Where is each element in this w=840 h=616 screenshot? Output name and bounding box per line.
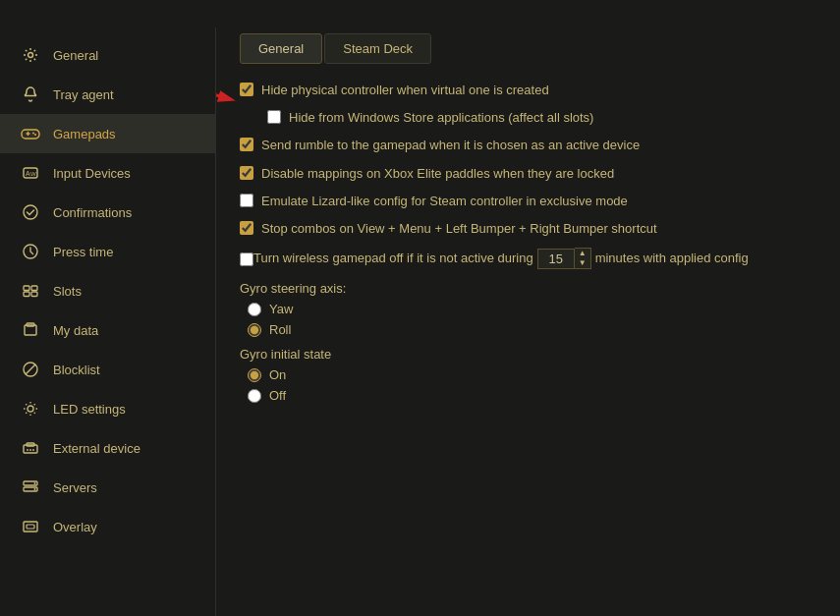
checkbox-row-hide-physical: Hide physical controller when virtual on…: [240, 80, 816, 101]
sidebar-item-press-time[interactable]: Press time: [0, 232, 215, 271]
radio-gyro-steering-yaw[interactable]: [248, 303, 261, 316]
sidebar-label-press-time: Press time: [53, 245, 113, 259]
annotation-arrow: [216, 72, 240, 121]
wireless-timeout-arrows: ▲▼: [575, 248, 591, 269]
blocklist-icon: [20, 359, 41, 380]
radio-label-gyro-steering-yaw: Yaw: [269, 302, 293, 316]
svg-rect-9: [24, 286, 29, 291]
press-time-icon: [20, 241, 41, 262]
svg-point-7: [24, 205, 37, 219]
checkbox-hide-windows-store[interactable]: [267, 110, 281, 124]
sidebar-item-blocklist[interactable]: Blocklist: [0, 350, 215, 389]
gyro-steering-label: Gyro steering axis:: [240, 281, 816, 296]
svg-rect-12: [31, 292, 37, 297]
radio-gyro-initial-on[interactable]: [248, 368, 261, 382]
checkbox-send-rumble[interactable]: [240, 138, 253, 151]
main-content: GeneralSteam Deck Hide physical controll…: [216, 28, 840, 616]
my-data-icon: [20, 319, 41, 341]
tab-general[interactable]: General: [240, 33, 322, 64]
checkbox-label-hide-physical: Hide physical controller when virtual on…: [261, 82, 549, 99]
gyro-initial-option-off: Off: [248, 388, 816, 403]
sidebar-label-slots: Slots: [53, 284, 82, 299]
confirmations-icon: [20, 201, 41, 223]
checkbox-label-emulate-lizard: Emulate Lizard-like config for Steam con…: [261, 193, 628, 210]
tab-steam-deck[interactable]: Steam Deck: [324, 33, 431, 64]
radio-gyro-steering-roll[interactable]: [248, 323, 261, 337]
sidebar-item-slots[interactable]: Slots: [0, 271, 215, 310]
general-icon: [20, 44, 41, 66]
sidebar-label-tray-agent: Tray agent: [53, 87, 114, 102]
checkbox-label-send-rumble: Send rumble to the gamepad when it is ch…: [261, 137, 640, 154]
sidebar-item-servers[interactable]: Servers: [0, 468, 215, 507]
sidebar-item-general[interactable]: General: [0, 35, 215, 75]
tray-agent-icon: [20, 84, 41, 105]
led-settings-icon: [20, 398, 41, 420]
sidebar-item-my-data[interactable]: My data: [0, 310, 215, 350]
svg-point-2: [32, 133, 34, 135]
wireless-timeout-spinbox: ▲▼: [537, 248, 591, 269]
sidebar-label-confirmations: Confirmations: [53, 205, 132, 220]
wireless-suffix-label: minutes with applied config: [595, 250, 749, 267]
sidebar-label-overlay: Overlay: [53, 520, 97, 534]
sidebar-item-input-devices[interactable]: AWInput Devices: [0, 153, 215, 193]
wireless-timeout-input[interactable]: [537, 249, 575, 269]
sidebar-item-tray-agent[interactable]: Tray agent: [0, 75, 215, 114]
tab-bar: GeneralSteam Deck: [240, 28, 816, 64]
sidebar-label-external-device: External device: [53, 441, 140, 456]
checkbox-row-send-rumble: Send rumble to the gamepad when it is ch…: [240, 135, 816, 156]
gyro-initial-group: OnOff: [248, 367, 816, 403]
sidebar-label-led-settings: LED settings: [53, 402, 126, 417]
sidebar-label-my-data: My data: [53, 323, 98, 338]
slots-icon: [20, 280, 41, 302]
gyro-steering-option-yaw: Yaw: [248, 302, 816, 316]
sidebar-label-blocklist: Blocklist: [53, 363, 100, 377]
checkbox-wireless-timeout[interactable]: [240, 252, 253, 266]
gyro-steering-group: YawRoll: [248, 302, 816, 337]
gyro-steering-option-roll: Roll: [248, 322, 816, 337]
page-title: [0, 0, 840, 28]
input-devices-icon: AW: [20, 162, 41, 184]
svg-point-25: [34, 488, 36, 490]
svg-rect-1: [22, 130, 39, 139]
sidebar-item-led-settings[interactable]: LED settings: [0, 389, 215, 428]
sidebar-item-overlay[interactable]: Overlay: [0, 507, 215, 546]
svg-point-16: [28, 406, 33, 412]
sidebar-item-gamepads[interactable]: Gamepads: [0, 114, 215, 153]
sidebar: GeneralTray agentGamepadsAWInput Devices…: [0, 28, 216, 616]
svg-rect-27: [27, 525, 34, 529]
checkbox-row-hide-windows-store: Hide from Windows Store applications (af…: [267, 107, 816, 129]
svg-rect-26: [24, 522, 37, 532]
wireless-timeout-row: Turn wireless gamepad off if it is not a…: [240, 246, 816, 271]
external-device-icon: [20, 437, 41, 459]
wireless-prefix-label: Turn wireless gamepad off if it is not a…: [253, 250, 533, 267]
radio-label-gyro-steering-roll: Roll: [269, 322, 291, 337]
checkbox-stop-combos[interactable]: [240, 221, 253, 235]
wireless-timeout-up[interactable]: ▲: [575, 249, 590, 258]
sidebar-label-servers: Servers: [53, 480, 97, 495]
svg-point-24: [34, 482, 36, 484]
wireless-timeout-down[interactable]: ▼: [575, 258, 590, 268]
svg-rect-10: [31, 286, 37, 291]
gyro-initial-option-on: On: [248, 367, 816, 382]
radio-label-gyro-initial-off: Off: [269, 388, 286, 403]
checkbox-label-stop-combos: Stop combos on View + Menu + Left Bumper…: [261, 220, 657, 238]
settings-panel: Hide physical controller when virtual on…: [240, 80, 816, 403]
sidebar-label-input-devices: Input Devices: [53, 166, 131, 181]
sidebar-label-gamepads: Gamepads: [53, 127, 116, 141]
sidebar-item-confirmations[interactable]: Confirmations: [0, 193, 215, 232]
gamepads-icon: [20, 123, 41, 144]
checkbox-row-stop-combos: Stop combos on View + Menu + Left Bumper…: [240, 218, 816, 240]
gyro-initial-label: Gyro initial state: [240, 347, 816, 362]
radio-gyro-initial-off[interactable]: [248, 389, 261, 403]
checkbox-row-emulate-lizard: Emulate Lizard-like config for Steam con…: [240, 191, 816, 212]
checkbox-hide-physical[interactable]: [240, 83, 253, 96]
checkbox-emulate-lizard[interactable]: [240, 194, 253, 207]
svg-rect-11: [24, 292, 29, 297]
checkbox-label-hide-windows-store: Hide from Windows Store applications (af…: [289, 109, 593, 127]
radio-label-gyro-initial-on: On: [269, 367, 286, 382]
checkbox-row-disable-mappings: Disable mappings on Xbox Elite paddles w…: [240, 163, 816, 185]
sidebar-item-external-device[interactable]: External device: [0, 428, 215, 468]
sidebar-label-general: General: [53, 48, 98, 63]
svg-point-3: [34, 134, 36, 136]
checkbox-disable-mappings[interactable]: [240, 166, 253, 180]
